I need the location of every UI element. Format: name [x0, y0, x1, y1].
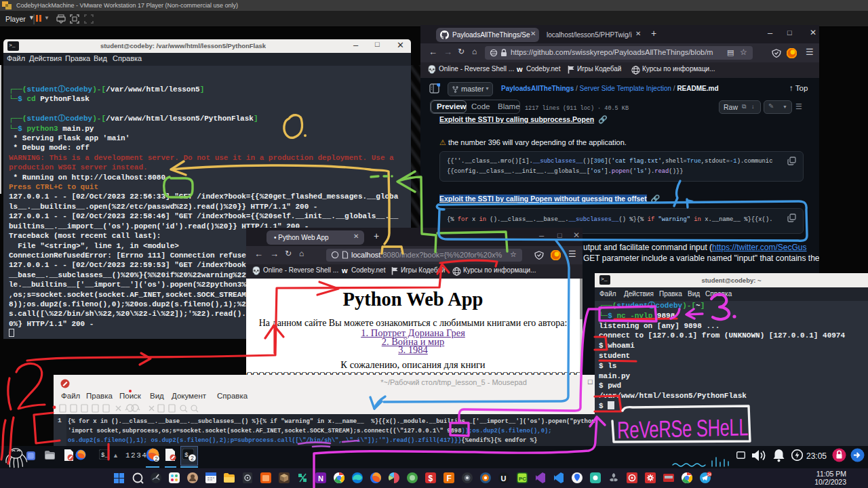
svg-text:ReVeRSe SHeLL: ReVeRSe SHeLL: [617, 413, 749, 444]
